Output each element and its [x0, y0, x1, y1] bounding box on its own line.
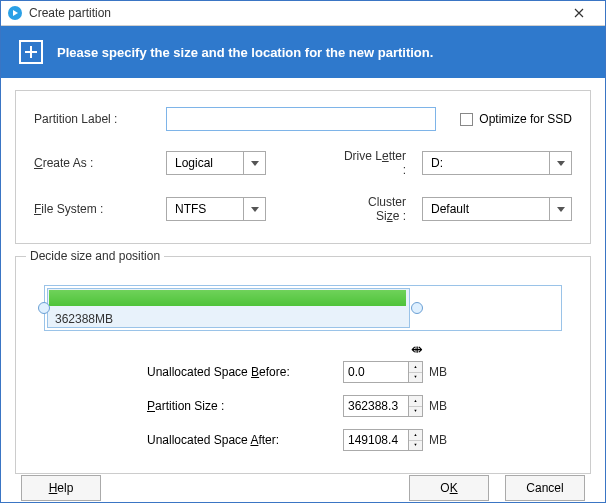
create-partition-dialog: Create partition Please specify the size… — [0, 0, 606, 503]
plus-icon — [19, 40, 43, 64]
spin-down-icon[interactable]: ▼ — [409, 441, 422, 451]
partition-label-input[interactable] — [166, 107, 436, 131]
chevron-down-icon — [243, 198, 265, 220]
unalloc-before-label: Unallocated Space Before: — [147, 365, 337, 379]
create-as-value: Logical — [175, 156, 213, 170]
partition-slider[interactable]: 362388MB ⇼ — [38, 285, 568, 331]
ok-button[interactable]: OK — [409, 475, 489, 501]
dialog-footer: Help OK Cancel — [1, 474, 605, 502]
partition-size-value: 362388.3 — [344, 396, 408, 416]
unalloc-after-label: Unallocated Space After: — [147, 433, 337, 447]
unit-label: MB — [429, 433, 459, 447]
cluster-size-combo[interactable]: Default — [422, 197, 572, 221]
spin-down-icon[interactable]: ▼ — [409, 373, 422, 383]
drive-letter-value: D: — [431, 156, 443, 170]
cluster-size-value: Default — [431, 202, 469, 216]
slider-handle-right[interactable] — [411, 302, 423, 314]
instruction-banner: Please specify the size and the location… — [1, 26, 605, 78]
create-as-combo[interactable]: Logical — [166, 151, 266, 175]
help-button[interactable]: Help — [21, 475, 101, 501]
app-icon — [7, 5, 23, 21]
partition-size-label: Partition Size : — [147, 399, 337, 413]
drive-letter-combo[interactable]: D: — [422, 151, 572, 175]
file-system-label: File System : — [34, 202, 160, 216]
slider-handle-left[interactable] — [38, 302, 50, 314]
optimize-ssd-checkbox[interactable] — [460, 113, 473, 126]
spin-up-icon[interactable]: ▲ — [409, 362, 422, 373]
size-position-group: Decide size and position 362388MB ⇼ Unal… — [15, 256, 591, 474]
spin-up-icon[interactable]: ▲ — [409, 430, 422, 441]
close-button[interactable] — [559, 1, 599, 25]
close-icon — [574, 8, 584, 18]
window-title: Create partition — [29, 6, 111, 20]
drive-letter-label: Drive Letter : — [342, 149, 416, 177]
file-system-combo[interactable]: NTFS — [166, 197, 266, 221]
spin-up-icon[interactable]: ▲ — [409, 396, 422, 407]
unit-label: MB — [429, 365, 459, 379]
unalloc-after-value: 149108.4 — [344, 430, 408, 450]
partition-label-label: Partition Label : — [34, 112, 160, 126]
spin-down-icon[interactable]: ▼ — [409, 407, 422, 417]
unalloc-before-input[interactable]: 0.0 ▲▼ — [343, 361, 423, 383]
chevron-down-icon — [549, 198, 571, 220]
partition-size-input[interactable]: 362388.3 ▲▼ — [343, 395, 423, 417]
optimize-ssd-label: Optimize for SSD — [479, 112, 572, 126]
form-panel: Partition Label : Optimize for SSD Creat… — [15, 90, 591, 244]
file-system-value: NTFS — [175, 202, 206, 216]
unit-label: MB — [429, 399, 459, 413]
unalloc-after-input[interactable]: 149108.4 ▲▼ — [343, 429, 423, 451]
slider-size-label: 362388MB — [55, 312, 113, 326]
instruction-text: Please specify the size and the location… — [57, 45, 433, 60]
create-as-label: Create As : — [34, 156, 160, 170]
chevron-down-icon — [243, 152, 265, 174]
chevron-down-icon — [549, 152, 571, 174]
titlebar: Create partition — [1, 1, 605, 26]
cancel-button[interactable]: Cancel — [505, 475, 585, 501]
slider-used — [49, 290, 406, 306]
unalloc-before-value: 0.0 — [344, 362, 408, 382]
size-position-legend: Decide size and position — [26, 249, 164, 263]
slider-track: 362388MB — [44, 285, 562, 331]
resize-cursor-icon: ⇼ — [411, 341, 423, 357]
cluster-size-label: Cluster Size : — [342, 195, 416, 223]
